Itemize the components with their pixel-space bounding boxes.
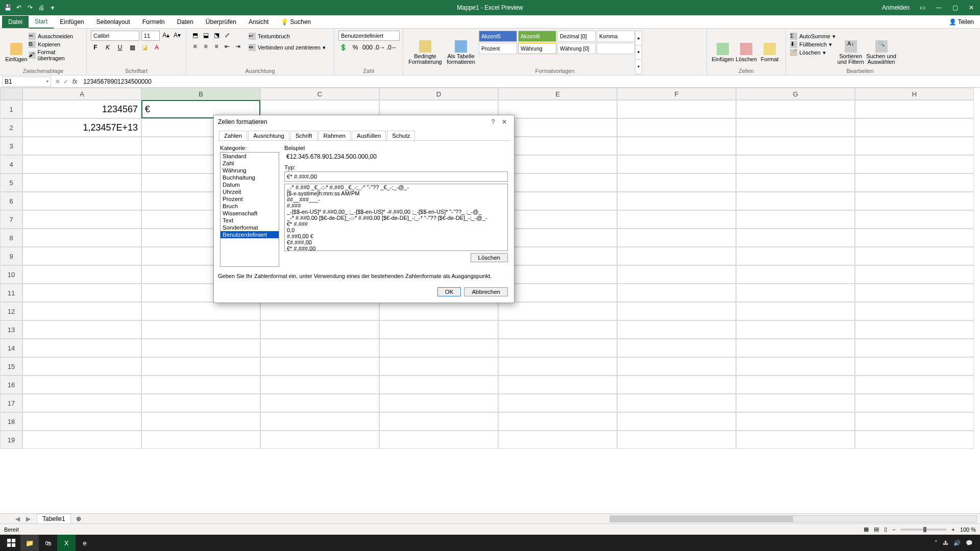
- row-header[interactable]: 14: [0, 339, 22, 357]
- align-top-icon[interactable]: ⬒: [190, 31, 200, 40]
- type-list[interactable]: _-* #.##0 _€_-;-* #.##0 _€_-;_-* "-"?? _…: [284, 184, 508, 251]
- cell[interactable]: [736, 394, 855, 412]
- cell[interactable]: [855, 265, 974, 284]
- cell[interactable]: [379, 302, 498, 320]
- save-icon[interactable]: 💾: [4, 4, 11, 11]
- cell[interactable]: [855, 118, 974, 137]
- formula-input[interactable]: 12345678901234500000: [81, 78, 980, 85]
- number-format-combo[interactable]: Benutzerdefiniert: [338, 31, 400, 41]
- cell[interactable]: [736, 339, 855, 357]
- cell[interactable]: [617, 431, 736, 449]
- row-header[interactable]: 18: [0, 412, 22, 431]
- cell[interactable]: [498, 100, 617, 118]
- decrease-font-icon[interactable]: A▾: [173, 31, 182, 40]
- tray-up-icon[interactable]: ˄: [935, 540, 938, 546]
- category-item[interactable]: Datum: [220, 181, 279, 188]
- cell[interactable]: [736, 431, 855, 449]
- increase-font-icon[interactable]: A▴: [162, 31, 171, 40]
- cell[interactable]: [498, 375, 617, 394]
- cell[interactable]: [498, 155, 617, 173]
- cell[interactable]: [498, 339, 617, 357]
- category-list[interactable]: StandardZahlWährungBuchhaltungDatumUhrze…: [220, 152, 279, 267]
- category-item[interactable]: Prozent: [220, 195, 279, 203]
- row-header[interactable]: 16: [0, 375, 22, 394]
- cell[interactable]: [855, 320, 974, 339]
- merge-center-button[interactable]: ⇔Verbinden und zentrieren ▾: [249, 44, 326, 51]
- cell[interactable]: [260, 302, 379, 320]
- cell[interactable]: [22, 320, 141, 339]
- style-akzent5[interactable]: Akzent5: [479, 31, 517, 42]
- cut-button[interactable]: ✂Ausschneiden: [29, 33, 82, 40]
- tab-data[interactable]: Daten: [171, 16, 200, 28]
- align-right-icon[interactable]: ≡: [212, 42, 221, 51]
- cell[interactable]: [260, 412, 379, 431]
- category-item[interactable]: Uhrzeit: [220, 188, 279, 195]
- style-prozent[interactable]: Prozent: [479, 43, 517, 54]
- category-item[interactable]: Zahl: [220, 160, 279, 167]
- dlg-tab-schutz[interactable]: Schutz: [387, 131, 415, 140]
- align-left-icon[interactable]: ≡: [190, 42, 200, 51]
- cell[interactable]: [141, 357, 260, 375]
- cell[interactable]: [22, 431, 141, 449]
- cell[interactable]: [855, 431, 974, 449]
- dlg-tab-zahlen[interactable]: Zahlen: [219, 131, 247, 140]
- type-list-item[interactable]: ##__###___-: [285, 196, 507, 203]
- cell[interactable]: [22, 284, 141, 302]
- col-header[interactable]: C: [260, 88, 379, 100]
- cell[interactable]: [22, 173, 141, 192]
- cell[interactable]: [617, 173, 736, 192]
- cell[interactable]: [736, 284, 855, 302]
- type-list-item[interactable]: €* #.###,00: [285, 245, 507, 251]
- cell[interactable]: [498, 284, 617, 302]
- dialog-close-icon[interactable]: ✕: [499, 118, 510, 126]
- cell[interactable]: [379, 339, 498, 357]
- col-header[interactable]: H: [855, 88, 974, 100]
- type-input[interactable]: [284, 171, 508, 182]
- cell[interactable]: [379, 394, 498, 412]
- ribbon-display-icon[interactable]: ▭: [919, 4, 926, 11]
- cell[interactable]: [617, 357, 736, 375]
- quickprint-icon[interactable]: 🖨: [38, 4, 45, 11]
- row-header[interactable]: 11: [0, 284, 22, 302]
- col-header[interactable]: E: [498, 88, 617, 100]
- cell[interactable]: [22, 229, 141, 247]
- category-item[interactable]: Wissenschaft: [220, 210, 279, 217]
- row-header[interactable]: 13: [0, 320, 22, 339]
- cell[interactable]: [22, 394, 141, 412]
- tab-nav-prev-icon[interactable]: ◀: [15, 515, 26, 522]
- cell[interactable]: [22, 247, 141, 265]
- comma-icon[interactable]: 000: [363, 43, 372, 52]
- delete-format-button[interactable]: Löschen: [471, 253, 508, 262]
- type-list-item[interactable]: €#.###,00: [285, 239, 507, 245]
- cell[interactable]: [498, 118, 617, 137]
- cell[interactable]: [379, 357, 498, 375]
- increase-decimal-icon[interactable]: .0→: [375, 43, 384, 52]
- undo-icon[interactable]: ↶: [15, 4, 22, 11]
- row-header[interactable]: 15: [0, 357, 22, 375]
- cell[interactable]: [22, 339, 141, 357]
- type-list-item[interactable]: [$-x-systime]h:mm:ss AM/PM: [285, 190, 507, 196]
- add-sheet-icon[interactable]: ⊕: [71, 515, 86, 522]
- cell[interactable]: [22, 137, 141, 155]
- row-header[interactable]: 6: [0, 192, 22, 210]
- type-list-item[interactable]: #.##0,00 €: [285, 233, 507, 239]
- edge-icon[interactable]: e: [76, 535, 94, 551]
- cell[interactable]: [617, 284, 736, 302]
- tab-insert[interactable]: Einfügen: [54, 16, 90, 28]
- cell[interactable]: [855, 357, 974, 375]
- row-header[interactable]: 3: [0, 137, 22, 155]
- increase-indent-icon[interactable]: ⇥: [233, 42, 242, 51]
- maximize-icon[interactable]: ▢: [951, 4, 959, 11]
- cell[interactable]: [617, 137, 736, 155]
- font-size-combo[interactable]: 11: [141, 31, 160, 41]
- type-list-item[interactable]: #.###: [285, 203, 507, 209]
- cell[interactable]: [22, 302, 141, 320]
- row-header[interactable]: 17: [0, 394, 22, 412]
- tab-formulas[interactable]: Formeln: [136, 16, 171, 28]
- cell[interactable]: [260, 339, 379, 357]
- cell[interactable]: [141, 394, 260, 412]
- orientation-icon[interactable]: ⤢: [223, 31, 232, 40]
- cell[interactable]: [617, 155, 736, 173]
- cell[interactable]: [736, 265, 855, 284]
- cell[interactable]: [22, 412, 141, 431]
